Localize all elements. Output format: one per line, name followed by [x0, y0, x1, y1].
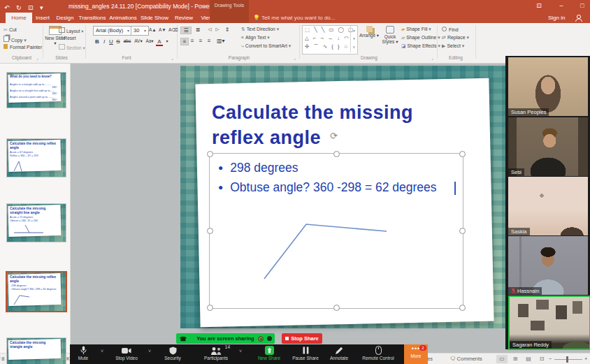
slide-sorter-button[interactable]: ⊞ — [510, 355, 521, 363]
video-tile-saskia[interactable]: Saskia — [508, 177, 588, 235]
tell-me-box[interactable]: 💡 Tell me what you want to do... — [253, 13, 335, 23]
tab-animations[interactable]: Animations — [108, 13, 138, 23]
sign-in-button[interactable]: Sign in — [548, 13, 565, 23]
more-button[interactable]: ••• 2 More — [404, 344, 428, 364]
grow-font-button[interactable]: A▲ — [149, 27, 157, 32]
mute-button[interactable]: Mute — [64, 346, 103, 361]
video-tile-sagaran[interactable]: Sagaran Reddy — [508, 296, 590, 350]
underline-button[interactable]: U — [108, 38, 115, 45]
start-slideshow-icon[interactable]: ⊡ — [28, 4, 34, 11]
arrange-button[interactable]: Arrange ▾ — [358, 26, 380, 38]
clipboard-dialog-launcher[interactable]: ⌟ — [36, 55, 38, 60]
slideshow-button[interactable]: ⊡ — [536, 355, 547, 363]
slide-bullet-1[interactable]: ●298 degrees — [218, 161, 298, 175]
zoom-in-button[interactable]: + — [584, 354, 587, 364]
security-button[interactable]: Security — [153, 346, 192, 361]
video-options-chevron[interactable]: ˅ — [148, 349, 151, 354]
tab-design[interactable]: Design — [53, 13, 77, 23]
slide-title-line2[interactable]: reflex angle — [212, 125, 505, 150]
shape-row-2[interactable]: △ ⌐ ¬ → ↓ ◠ — [303, 34, 357, 43]
normal-view-button[interactable]: ▭ — [496, 355, 508, 363]
comments-button[interactable]: 🗨 Comments — [450, 354, 482, 364]
mute-options-chevron[interactable]: ˅ — [101, 349, 103, 354]
rotate-handle-icon[interactable]: ⟳ — [330, 131, 338, 141]
character-spacing-button[interactable]: AV▾ — [134, 38, 143, 44]
paragraph-dialog-launcher[interactable]: ⌟ — [294, 55, 296, 60]
handle-mid-left[interactable] — [207, 228, 213, 234]
tab-transitions[interactable]: Transitions — [77, 13, 108, 23]
reset-button[interactable]: ↺Reset — [59, 36, 75, 41]
shape-row-3[interactable]: ✣ ⌒ ∿ { } ☆ — [303, 43, 357, 51]
font-color-button[interactable]: A — [156, 38, 163, 46]
zoom-slider-thumb[interactable] — [566, 356, 568, 363]
video-tile-susan[interactable]: Susan Peoples — [508, 57, 588, 116]
subscript-button[interactable]: abc — [122, 38, 133, 43]
replace-button[interactable]: ⇄Replace ▾ — [442, 35, 470, 41]
thumbnail-slide-4[interactable]: Calculate the missing reflex angle - 298… — [6, 271, 67, 312]
text-direction-button[interactable]: ⇅Text Direction ▾ — [241, 27, 280, 32]
italic-button[interactable]: I — [101, 38, 108, 45]
account-icon[interactable] — [575, 14, 583, 22]
angle-drawing[interactable] — [245, 210, 398, 286]
share-shield-icon[interactable] — [267, 336, 272, 341]
minimize-button[interactable]: – — [554, 1, 569, 11]
maximize-button[interactable]: □ — [575, 1, 590, 11]
titlebar[interactable]: ↶ ↻ ⊡ ▾ missing_angles 24.11.20 [Compati… — [0, 0, 590, 13]
line-spacing-button[interactable]: ⇕ — [224, 27, 231, 33]
layout-button[interactable]: Layout ▾ — [59, 27, 85, 34]
clear-formatting-button[interactable]: A⌫ — [168, 27, 178, 33]
tab-insert[interactable]: Insert — [32, 13, 53, 23]
record-icon[interactable] — [258, 336, 264, 342]
stop-share-button[interactable]: Stop Share — [282, 333, 322, 344]
zoom-out-button[interactable]: − — [549, 354, 552, 364]
align-text-button[interactable]: ≡Align Text ▾ — [241, 35, 271, 41]
video-tile-sebi[interactable]: Sebi — [508, 117, 588, 176]
redo-icon[interactable]: ↻ — [16, 4, 22, 11]
tab-slide-show[interactable]: Slide Show — [138, 13, 171, 23]
zoom-slider-track[interactable] — [554, 359, 582, 360]
thumbnail-slide-3[interactable]: Calculate the missing straight line angl… — [6, 203, 66, 242]
tab-review[interactable]: Review — [172, 13, 196, 23]
reading-view-button[interactable]: ▤ — [523, 355, 534, 363]
align-center-button[interactable]: ≡ — [189, 38, 196, 44]
handle-bottom-center[interactable] — [333, 305, 340, 311]
copy-button[interactable]: Copy ▾ — [3, 36, 28, 43]
font-size-combo[interactable]: 30▾ — [131, 26, 149, 36]
thumbnail-slide-2[interactable]: Calculate the missing reflex angle Acute… — [6, 138, 66, 177]
shape-gallery-scrollbar[interactable]: ▴▾≡ — [350, 26, 357, 52]
shrink-font-button[interactable]: A▼ — [159, 27, 166, 32]
numbering-button[interactable]: ≣ — [193, 27, 203, 33]
handle-bottom-left[interactable] — [207, 305, 213, 311]
columns-button[interactable]: ▥▾ — [217, 38, 224, 44]
bold-button[interactable]: B — [94, 38, 101, 45]
convert-smartart-button[interactable]: ⤷Convert to SmartArt ▾ — [241, 43, 292, 49]
handle-top-left[interactable] — [207, 151, 213, 157]
handle-top-right[interactable] — [459, 151, 466, 157]
ribbon-options-button[interactable]: ⊡ — [531, 1, 547, 11]
participants-options-chevron[interactable]: ˅ — [239, 349, 242, 354]
bullets-button[interactable]: ☰ — [180, 27, 192, 34]
font-dialog-launcher[interactable]: ⌟ — [171, 55, 173, 60]
shape-outline-button[interactable]: ▱Shape Outline ▾ — [401, 35, 442, 41]
slide-bullet-2[interactable]: ●Obtuse angle? 360 -298 = 62 degrees — [218, 180, 437, 195]
quick-styles-button[interactable]: Quick Styles ▾ — [380, 26, 400, 45]
select-button[interactable]: ▶Select ▾ — [442, 43, 466, 49]
justify-button[interactable]: ≡ — [206, 38, 213, 44]
stop-video-button[interactable]: Stop Video — [107, 346, 146, 361]
handle-top-center[interactable] — [333, 151, 340, 157]
decrease-indent-button[interactable]: ◁ — [206, 27, 213, 32]
strikethrough-button[interactable]: S — [115, 38, 122, 45]
thumbnail-slide-1[interactable]: What do you need to know? Angles in a tr… — [6, 72, 66, 108]
drawing-dialog-launcher[interactable]: ⌟ — [431, 55, 433, 60]
thumbnail-slide-5[interactable]: Calculate the missing triangle angle — [6, 337, 66, 364]
handle-mid-right[interactable] — [459, 228, 466, 234]
section-button[interactable]: Section ▾ — [59, 44, 85, 51]
align-right-button[interactable]: ≡ — [197, 38, 204, 44]
font-color-dropdown[interactable]: ▾ — [164, 38, 171, 43]
change-case-button[interactable]: Aa▾ — [145, 38, 154, 44]
customize-qat-icon[interactable]: ▾ — [40, 4, 43, 11]
handle-bottom-right[interactable] — [459, 305, 466, 311]
slide-title-line1[interactable]: Calculate the missing — [212, 100, 505, 125]
shape-row-1[interactable]: ⬚ ╲ ╲ ▭ ◯ ▢ — [303, 26, 357, 34]
find-button[interactable]: Find — [442, 27, 459, 32]
